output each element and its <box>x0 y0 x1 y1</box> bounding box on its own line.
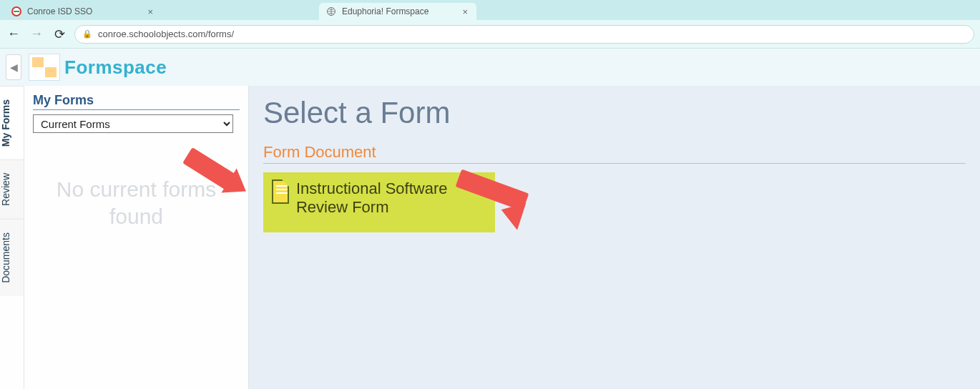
tab-title: Eduphoria! Formspace <box>342 6 428 16</box>
sidebar-tab-documents[interactable]: Documents <box>0 219 24 296</box>
sidebar-tab-label: My Forms <box>0 99 11 147</box>
url-text: conroe.schoolobjects.com/forms/ <box>98 29 966 39</box>
app-header: ◀ Formspace <box>0 49 980 86</box>
section-heading: Form Document <box>263 143 966 164</box>
formspace-logo-icon <box>29 54 60 81</box>
forward-button[interactable]: → <box>29 26 44 42</box>
page-title: Select a Form <box>263 96 966 130</box>
favicon-icon <box>11 6 21 16</box>
browser-tab[interactable]: Eduphoria! Formspace × <box>319 3 476 20</box>
app-title: Formspace <box>64 56 167 79</box>
forms-filter-select[interactable]: Current Forms <box>33 114 233 133</box>
lock-icon: 🔒 <box>82 29 92 39</box>
left-panel-heading: My Forms <box>33 93 240 110</box>
browser-tab[interactable]: Conroe ISD SSO × <box>4 3 162 20</box>
side-tabs: My Forms Review Documents <box>0 86 24 389</box>
sidebar-tab-label: Documents <box>0 232 11 283</box>
empty-state-text: No current forms found <box>33 176 240 230</box>
sidebar-tab-review[interactable]: Review <box>0 159 24 219</box>
back-button[interactable]: ← <box>6 26 21 42</box>
browser-toolbar: ← → ⟳ 🔒 conroe.schoolobjects.com/forms/ <box>0 20 980 49</box>
browser-tab-strip: Conroe ISD SSO × Eduphoria! Formspace × <box>0 0 980 20</box>
collapse-sidebar-button[interactable]: ◀ <box>6 54 21 80</box>
left-panel: My Forms Current Forms No current forms … <box>24 86 249 389</box>
tab-title: Conroe ISD SSO <box>27 6 92 16</box>
work-area: My Forms Review Documents My Forms Curre… <box>0 86 980 389</box>
browser-tab[interactable] <box>162 3 319 20</box>
form-card-label: Instructional Software Review Form <box>296 179 486 217</box>
form-card[interactable]: Instructional Software Review Form <box>263 172 495 232</box>
sidebar-tab-my-forms[interactable]: My Forms <box>0 86 24 159</box>
app-logo[interactable]: Formspace <box>29 54 167 81</box>
sidebar-tab-label: Review <box>0 173 11 206</box>
main-panel: Select a Form Form Document Instructiona… <box>249 86 980 389</box>
close-icon[interactable]: × <box>461 6 469 17</box>
document-icon <box>272 179 289 204</box>
address-bar[interactable]: 🔒 conroe.schoolobjects.com/forms/ <box>74 25 974 44</box>
close-icon[interactable]: × <box>146 6 155 17</box>
globe-icon <box>326 6 336 16</box>
reload-button[interactable]: ⟳ <box>52 26 67 42</box>
